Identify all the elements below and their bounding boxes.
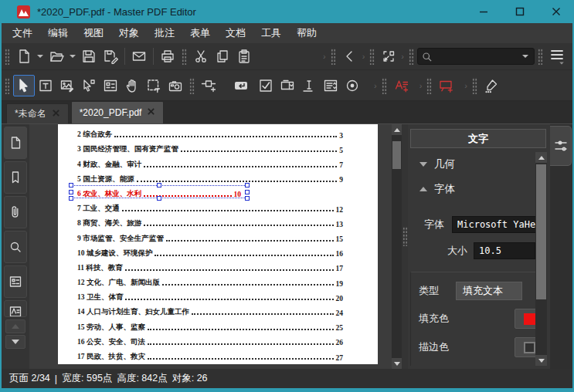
menu-tools[interactable]: 工具 [253,23,289,43]
font-name-input[interactable] [452,216,535,233]
menu-annotation[interactable]: 批注 [147,23,182,43]
toolbar-grip[interactable] [331,48,336,65]
menu-edit[interactable]: 编辑 [40,23,76,43]
toc-row[interactable]: 4 财政、金融、审计7 [77,154,343,169]
checkbox-field-tool-button[interactable] [255,75,277,96]
toc-row[interactable]: 5 国土资源、能源9 [77,170,343,184]
panel-splitter[interactable] [402,124,408,369]
toolbar-grip[interactable] [426,77,432,94]
new-document-button[interactable] [13,46,35,67]
email-button[interactable] [128,46,150,67]
highlight-tool-button[interactable] [481,75,502,96]
tab-untitled[interactable]: *未命名 [6,103,69,123]
font-section-header[interactable]: 字体 [410,178,535,199]
scrollbar-up-button[interactable] [392,124,402,135]
sidebar-annotations-button[interactable] [4,300,27,317]
toc-row[interactable]: 16 公安、安全、司法26 [77,333,343,347]
callout-annotation-tool-button[interactable] [435,75,457,96]
edit-forms-tool-button[interactable] [100,75,121,96]
menu-forms[interactable]: 表单 [182,23,218,43]
panel-scroll-down-button[interactable] [535,355,547,366]
text-field-tool-button[interactable] [298,75,320,96]
toolbar-grip[interactable] [369,48,375,65]
panel-scrollbar[interactable] [535,152,547,366]
tab-close-icon[interactable] [147,107,155,118]
cut-button[interactable] [190,46,212,67]
save-button[interactable] [78,46,100,67]
sidebar-scroll-up-button[interactable] [5,319,25,333]
return-field-tool-button[interactable] [230,75,252,96]
splitter-grip[interactable] [402,226,407,246]
toc-row[interactable]: 6 农业、林业、水利10 [77,184,343,199]
copy-button[interactable] [212,46,233,67]
toc-row[interactable]: 3 国民经济管理、国有资产监管5 [77,140,343,154]
combobox-field-tool-button[interactable] [277,75,298,96]
edit-path-tool-button[interactable] [78,75,100,96]
toc-row[interactable]: 14 人口与计划生育、妇女儿童工作24 [77,302,343,317]
sidebar-search-button[interactable] [4,231,27,263]
back-button[interactable] [339,46,361,67]
select-area-tool-button[interactable] [143,75,165,96]
radio-field-tool-button[interactable] [341,75,363,96]
menu-file[interactable]: 文件 [5,23,40,43]
text-annotation-tool-button[interactable] [390,75,412,96]
sidebar-scroll-down-button[interactable] [5,335,25,349]
toolbar-grip[interactable] [382,77,387,94]
minimize-button[interactable] [472,0,495,23]
scrollbar-thumb[interactable] [392,141,401,169]
new-document-dropdown-icon[interactable] [37,55,43,58]
sidebar-form-fields-button[interactable] [4,265,27,298]
selection-handle[interactable] [245,183,250,188]
toc-row[interactable]: 9 市场监管、安全生产监管15 [77,228,343,243]
sidebar-bookmarks-button[interactable] [4,161,27,194]
select-tool-button[interactable] [13,75,35,96]
edit-text-tool-button[interactable] [35,75,56,96]
selected-text-object[interactable]: 6 农业、林业、水利10 [77,184,241,199]
search-input[interactable] [433,51,520,62]
toc-row[interactable]: 2 综合政务3 [77,125,343,140]
print-button[interactable] [157,46,178,67]
listbox-field-tool-button[interactable] [320,75,341,96]
toc-row[interactable]: 13 卫生、体育20 [77,288,343,302]
open-button[interactable] [46,46,67,67]
add-link-tool-button[interactable] [198,75,219,96]
type-dropdown[interactable]: 填充文本 [456,282,522,300]
sidebar-attachments-button[interactable] [4,196,27,228]
hand-tool-button[interactable] [121,75,143,96]
selection-handle[interactable] [69,190,73,194]
selection-handle[interactable] [69,183,73,188]
tab-2020-pdf[interactable]: *2020_PDF.pdf [71,101,165,123]
font-size-input[interactable] [474,242,535,259]
toc-row[interactable]: 18 民族、宗教28 [77,362,343,364]
selection-handle[interactable] [157,183,161,188]
geometry-section-header[interactable]: 几何 [410,154,535,174]
close-button[interactable] [545,0,568,23]
toc-row[interactable]: 17 民政、扶贫、救灾27 [77,347,343,362]
screenshot-tool-button[interactable] [165,75,186,96]
fill-color-button[interactable] [515,309,535,329]
stroke-color-button[interactable] [515,337,535,357]
search-dropdown-icon[interactable] [522,55,528,58]
tab-close-icon[interactable] [52,109,60,120]
toolbar-grip[interactable] [5,48,10,65]
open-dropdown-icon[interactable] [70,55,76,58]
save-as-button[interactable] [100,46,121,67]
toc-row[interactable]: 10 城乡建设、环境保护16 [77,244,343,259]
toc-row[interactable]: 11 科技、教育17 [77,259,343,273]
scrollbar-down-button[interactable] [392,358,402,369]
toolbar-grip[interactable] [409,48,414,65]
toc-row[interactable]: 12 文化、广电、新闻出版19 [77,273,343,288]
toolbar-grip[interactable] [189,77,195,94]
toolbar-grip[interactable] [182,48,187,65]
toolbar-grip[interactable] [5,77,10,94]
hamburger-menu-button[interactable] [546,46,568,67]
edit-image-tool-button[interactable] [56,75,78,96]
paste-button[interactable] [233,46,255,67]
menu-object[interactable]: 对象 [111,23,147,43]
toolbar-grip[interactable] [538,48,543,65]
sidebar-pages-button[interactable] [4,127,27,159]
menu-help[interactable]: 帮助 [289,23,324,43]
selection-handle[interactable] [69,196,73,201]
toc-row[interactable]: 8 商贸、海关、旅游13 [77,214,343,228]
toolbar-grip[interactable] [472,77,477,94]
